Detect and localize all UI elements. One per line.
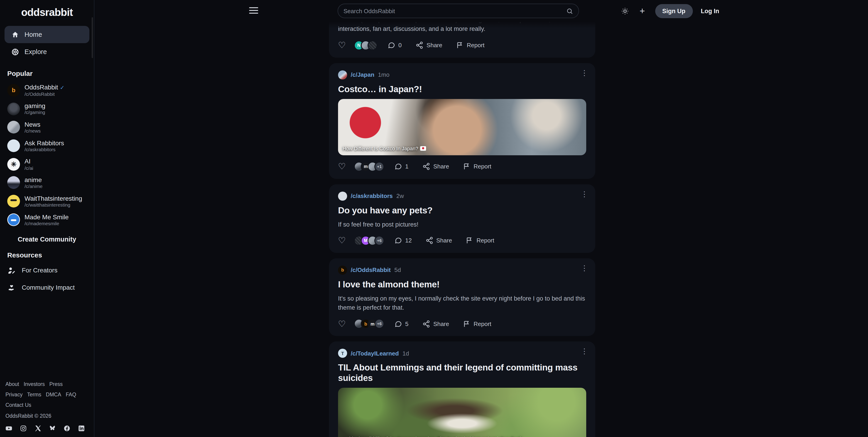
community-name: anime [25, 176, 42, 183]
search-bar[interactable] [338, 4, 579, 18]
sidebar-community-news[interactable]: News /c/news [4, 118, 89, 137]
community-link[interactable]: /c/askrabbitors [351, 193, 393, 199]
create-community-button[interactable]: Create Community [0, 230, 94, 244]
sidebar-item-label: Home [25, 31, 42, 38]
share-icon [423, 163, 430, 170]
footer-link-faq[interactable]: FAQ [66, 392, 76, 397]
community-link[interactable]: /c/TodayILearned [351, 350, 399, 357]
report-label: Report [474, 321, 491, 327]
post-title[interactable]: TIL About Lemmings and their legend of c… [338, 362, 586, 383]
post-card[interactable]: ⋮ /c/Japan 1mo Costco… in Japan?! How Di… [329, 63, 595, 179]
verified-check-icon: ✓ [60, 84, 64, 91]
sidebar-community-oddsrabbit[interactable]: b OddsRabbit✓ /c/OddsRabbit [4, 81, 89, 100]
post-image[interactable]: Inside the wild life of the Norway lemmi… [338, 388, 586, 437]
liker-avatar-stack: b m +6 [354, 319, 384, 329]
footer-link-about[interactable]: About [5, 381, 19, 387]
home-icon [11, 30, 19, 38]
facebook-icon[interactable] [64, 425, 70, 432]
create-post-plus-icon[interactable]: + [638, 6, 647, 16]
sidebar-community-anime[interactable]: anime /c/anime [4, 173, 89, 192]
post-title[interactable]: I love the almond theme! [338, 279, 586, 290]
sidebar-community-ai[interactable]: ✳ AI /c/ai [4, 155, 89, 173]
footer-link-press[interactable]: Press [49, 381, 63, 387]
footer-link-dmca[interactable]: DMCA [46, 392, 61, 397]
footer-link-privacy[interactable]: Privacy [5, 392, 23, 397]
post-header: T /c/TodayILearned 1d [338, 349, 586, 358]
bluesky-icon[interactable] [49, 425, 56, 432]
share-icon [425, 237, 433, 244]
comments-button[interactable]: 0 [388, 41, 402, 49]
post-menu-icon[interactable]: ⋮ [581, 191, 588, 198]
sidebar-community-waitthatsinteresting[interactable]: WaitThatsinteresting /c/waitthatsinteres… [4, 192, 89, 210]
post-card[interactable]: ⋮ b /c/OddsRabbit 5d I love the almond t… [329, 258, 595, 336]
community-link[interactable]: /c/Japan [351, 71, 374, 78]
menu-icon[interactable] [249, 6, 258, 15]
share-button[interactable]: Share [423, 163, 449, 170]
post-menu-icon[interactable]: ⋮ [581, 69, 588, 77]
image-caption-text: How Different Is Costco In Japan? [343, 146, 418, 151]
sidebar-community-gaming[interactable]: gaming /c/gaming [4, 100, 89, 118]
like-heart-icon[interactable]: ♡ [338, 162, 346, 171]
share-button[interactable]: Share [423, 320, 449, 328]
sidebar-community-mademesmile[interactable]: Made Me Smile /c/mademesmile [4, 210, 89, 229]
comments-button[interactable]: 5 [394, 320, 409, 328]
avatar [368, 40, 377, 50]
search-input[interactable] [343, 7, 566, 14]
like-heart-icon[interactable]: ♡ [338, 236, 346, 245]
report-flag-icon [463, 320, 470, 328]
community-avatar [7, 195, 20, 207]
image-caption: How Different Is Costco In Japan? [343, 146, 426, 151]
community-link[interactable]: /c/OddsRabbit [351, 267, 391, 273]
report-label: Report [467, 42, 485, 49]
footer-link-contact-us[interactable]: Contact Us [5, 402, 31, 408]
footer-link-terms[interactable]: Terms [27, 392, 41, 397]
post-time: 5d [394, 267, 401, 273]
post-menu-icon[interactable]: ⋮ [581, 348, 588, 355]
post-card[interactable]: ⋮ /c/askrabbitors 2w Do you have any pet… [329, 184, 595, 253]
share-button[interactable]: Share [425, 237, 452, 244]
sidebar-item-home[interactable]: Home [4, 26, 89, 43]
like-heart-icon[interactable]: ♡ [338, 41, 346, 50]
log-in-button[interactable]: Log In [701, 7, 719, 14]
social-links [5, 425, 89, 432]
footer-link-investors[interactable]: Investors [24, 381, 45, 387]
report-button[interactable]: Report [466, 237, 494, 244]
report-button[interactable]: Report [456, 41, 485, 49]
post-title[interactable]: Do you have any pets? [338, 205, 586, 215]
sidebar-item-label: Community Impact [22, 284, 75, 291]
report-flag-icon [456, 41, 464, 49]
community-path: /c/askrabbitors [25, 147, 64, 152]
site-logo[interactable]: oddsrabbit [0, 0, 94, 24]
x-icon[interactable] [34, 425, 41, 432]
report-button[interactable]: Report [463, 163, 491, 170]
image-caption-text: Inside the wild life of the Norway lemmi… [343, 436, 523, 437]
community-avatar [7, 139, 20, 152]
comment-icon [394, 237, 402, 244]
report-button[interactable]: Report [463, 320, 491, 328]
community-avatar: ✳ [7, 158, 20, 171]
sidebar-scrollbar[interactable] [92, 17, 93, 58]
like-heart-icon[interactable]: ♡ [338, 320, 346, 328]
linkedin-icon[interactable] [78, 425, 85, 432]
post-image[interactable]: How Different Is Costco In Japan? [338, 99, 586, 155]
sidebar-item-for-creators[interactable]: For Creators [0, 262, 94, 279]
share-label: Share [427, 42, 442, 49]
community-avatar [7, 103, 20, 115]
comments-button[interactable]: 12 [394, 237, 412, 244]
theme-toggle-sun-icon[interactable] [620, 6, 629, 16]
share-button[interactable]: Share [415, 41, 442, 49]
post-actions: ♡ M +6 12 Share Report [338, 236, 586, 245]
sidebar-community-askrabbitors[interactable]: Ask Rabbitors /c/askrabbitors [4, 137, 89, 155]
comments-button[interactable]: 1 [394, 163, 409, 170]
post-menu-icon[interactable]: ⋮ [581, 265, 588, 272]
community-avatar: b [338, 266, 347, 275]
sidebar-item-explore[interactable]: Explore [4, 43, 89, 60]
post-title[interactable]: Costco… in Japan?! [338, 84, 586, 94]
youtube-icon[interactable] [5, 425, 12, 432]
sign-up-button[interactable]: Sign Up [655, 4, 693, 18]
japan-flag-icon [420, 146, 426, 150]
instagram-icon[interactable] [20, 425, 27, 432]
sidebar-item-community-impact[interactable]: Community Impact [0, 279, 94, 296]
post-card[interactable]: ⋮ T /c/TodayILearned 1d TIL About Lemmin… [329, 342, 595, 437]
community-avatar [338, 70, 347, 79]
